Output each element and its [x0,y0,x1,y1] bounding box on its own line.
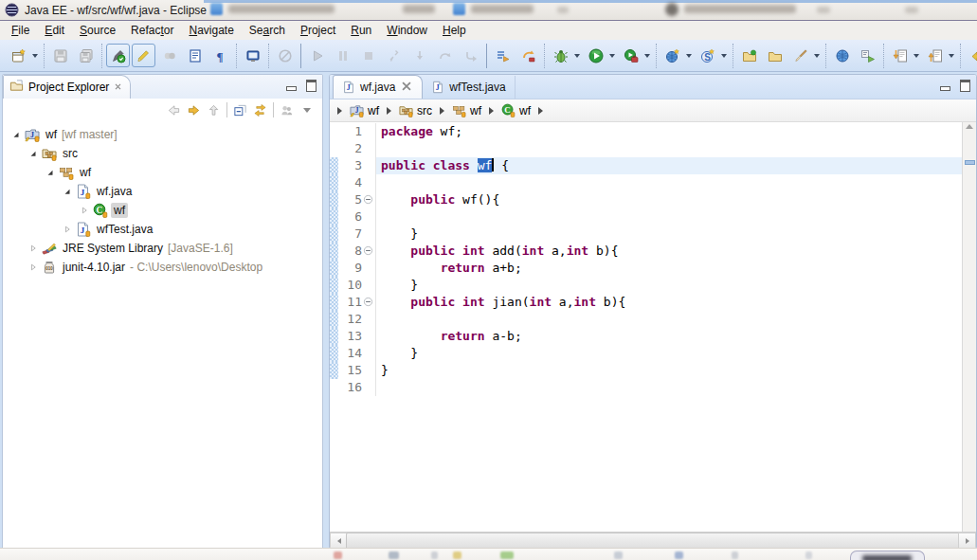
tree-item-wftest.java[interactable]: JwfTest.java [3,220,322,239]
expanded-arrow-icon[interactable] [9,127,24,142]
editor-tab-wfTest-java[interactable]: JwfTest.java [423,76,515,99]
tab-project-explorer[interactable]: Project Explorer [3,75,131,99]
expanded-arrow-icon[interactable] [43,165,58,180]
fold-marker-icon[interactable] [362,294,376,311]
code-line-1[interactable]: 1package wf; [330,123,963,140]
fold-marker-icon[interactable] [362,243,376,260]
step-return-button[interactable] [459,44,482,67]
new-wizard-dropdown-icon[interactable] [32,54,38,58]
filters-button[interactable] [277,100,297,120]
breadcrumb-arrow-icon[interactable] [440,107,444,115]
menu-run[interactable]: Run [343,22,379,39]
minimize-icon[interactable] [286,86,297,91]
validate-button[interactable] [856,44,879,67]
code-line-15[interactable]: 15} [330,362,963,379]
line-number[interactable]: 13 [338,328,362,345]
terminate-button[interactable] [356,44,380,67]
code-line-13[interactable]: 13 return a-b; [330,328,963,345]
run-dropdown-icon[interactable] [609,54,615,58]
quick-access-button[interactable] [850,551,925,560]
breadcrumb-arrow-icon[interactable] [538,107,543,115]
close-icon[interactable] [400,80,413,96]
new-web-wizard-button[interactable] [660,44,684,67]
export-button[interactable] [923,44,947,67]
tree-item-wf[interactable]: wf [3,163,322,182]
breadcrumb-arrow-icon[interactable] [387,107,391,115]
code-line-5[interactable]: 5 public wf(){ [330,191,963,208]
menu-refactor[interactable]: Refactor [123,22,181,39]
menu-project[interactable]: Project [293,22,343,39]
collapsed-arrow-icon[interactable] [77,203,92,218]
menu-edit[interactable]: Edit [37,22,72,39]
line-number[interactable]: 4 [338,174,362,191]
line-number[interactable]: 16 [338,379,362,396]
code-line-14[interactable]: 14 } [330,345,963,362]
menu-help[interactable]: Help [435,22,474,39]
line-number[interactable]: 10 [338,277,362,294]
link-with-editor-button[interactable] [250,100,270,120]
smart-insert-button[interactable] [157,44,181,67]
show-selected-element-button[interactable] [183,44,207,67]
code-line-16[interactable]: 16 [330,379,963,396]
breadcrumb-segment-wf[interactable]: Cwf [499,102,533,118]
expanded-arrow-icon[interactable] [60,184,75,199]
open-resource-button[interactable] [763,44,787,67]
collapsed-arrow-icon[interactable] [26,260,41,275]
close-icon[interactable] [114,81,122,94]
menu-search[interactable]: Search [242,22,293,39]
toggle-mark-occurrences-button[interactable] [106,44,130,67]
line-number[interactable]: 12 [338,311,362,328]
minimize-icon[interactable] [940,86,950,91]
line-number[interactable]: 1 [338,123,362,140]
tree-item-wf[interactable]: Cwf [3,201,322,220]
line-number[interactable]: 14 [338,345,362,362]
line-number[interactable]: 8 [338,243,362,260]
external-tools-button[interactable] [516,44,540,67]
skip-all-breakpoints-button[interactable] [273,44,297,67]
editor-tab-wf-java[interactable]: Jwf.java [333,75,423,99]
line-number[interactable]: 6 [338,208,362,226]
breadcrumb-arrow-icon[interactable] [337,107,342,115]
open-type-button[interactable] [737,44,761,67]
expanded-arrow-icon[interactable] [26,146,41,161]
tree-item-wf.java[interactable]: Jwf.java [3,182,322,201]
resume-button[interactable] [305,44,329,67]
code-line-9[interactable]: 9 return a+b; [330,260,963,277]
collapsed-arrow-icon[interactable] [60,222,75,237]
tree-item-src[interactable]: src [3,144,322,163]
maximize-icon[interactable] [960,80,970,92]
toggle-highlight-button[interactable] [132,44,155,67]
web-service-button[interactable]: S [696,44,719,67]
line-number[interactable]: 11 [338,294,362,311]
save-all-button[interactable] [74,44,98,67]
web-browser-button[interactable] [830,44,854,67]
line-number[interactable]: 2 [338,140,362,157]
code-line-8[interactable]: 8 public int add(int a,int b){ [330,243,963,260]
forward-button[interactable] [184,100,204,120]
menu-window[interactable]: Window [379,22,435,39]
format-button[interactable] [788,44,812,67]
run-button[interactable] [584,44,607,67]
code-editor[interactable]: 1package wf;23public class wf {45 public… [330,122,976,532]
code-line-6[interactable]: 6 [330,208,963,226]
menu-navigate[interactable]: Navigate [181,22,241,39]
code-line-7[interactable]: 7 } [330,226,963,243]
collapse-all-button[interactable] [230,100,250,120]
coverage-button[interactable] [619,44,642,67]
debug-button[interactable] [549,44,572,67]
run-last-tool-button[interactable] [491,44,515,67]
overview-ruler[interactable] [962,122,976,532]
debug-dropdown-icon[interactable] [574,54,580,58]
breadcrumb-segment-wf[interactable]: Jwf [348,102,381,118]
line-number[interactable]: 5 [338,191,362,208]
step-over-button[interactable] [433,44,457,67]
import-button[interactable] [888,44,912,67]
show-whitespace-button[interactable]: ¶ [208,44,232,67]
save-button[interactable] [48,44,72,67]
breadcrumb-segment-wf[interactable]: wf [450,102,483,118]
maximize-icon[interactable] [306,80,317,92]
code-line-3[interactable]: 3public class wf { [330,157,963,174]
open-console-button[interactable] [241,44,264,67]
back-button[interactable] [164,100,184,120]
up-button[interactable] [204,100,224,120]
